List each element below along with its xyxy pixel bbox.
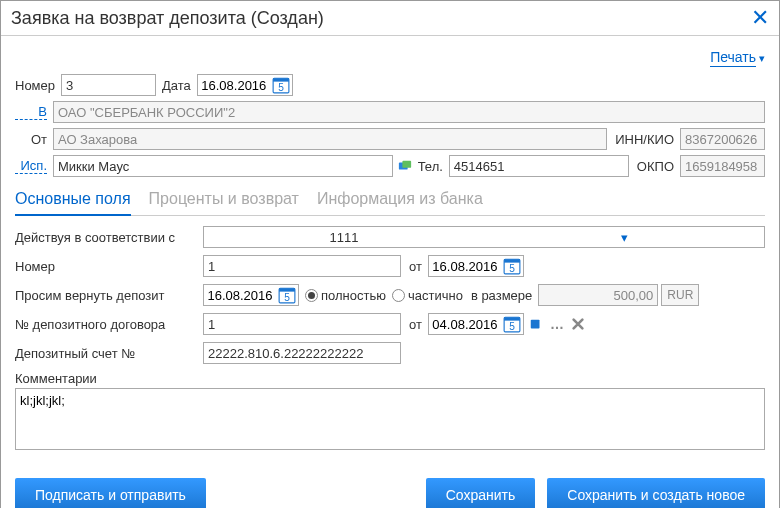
svg-text:5: 5	[278, 82, 284, 93]
input-contract-date-text[interactable]	[429, 314, 501, 334]
input-okpo	[680, 155, 765, 177]
print-link[interactable]: Печать	[710, 49, 756, 67]
input-tel[interactable]	[449, 155, 629, 177]
calendar-icon[interactable]: 5	[278, 286, 296, 304]
form-main: Действуя в соответствии с 1111 ▾ Номер о…	[15, 226, 765, 454]
input-body-number-date[interactable]: 5	[428, 255, 524, 277]
footer: Подписать и отправить Сохранить Сохранит…	[1, 466, 779, 508]
textarea-comments[interactable]	[15, 388, 765, 450]
label-contract: № депозитного договора	[15, 317, 203, 332]
radio-full[interactable]: полностью	[305, 288, 386, 303]
label-body-number: Номер	[15, 259, 203, 274]
combo-acting[interactable]: 1111 ▾	[203, 226, 765, 248]
input-body-number-date-text[interactable]	[429, 256, 501, 276]
dialog: Заявка на возврат депозита (Создан) ✕ Пе…	[0, 0, 780, 508]
tabs: Основные поля Проценты и возврат Информа…	[15, 185, 765, 216]
input-isp[interactable]	[53, 155, 393, 177]
input-request-date[interactable]: 5	[203, 284, 299, 306]
label-isp-link[interactable]: Исп.	[15, 158, 47, 174]
calendar-icon[interactable]: 5	[503, 257, 521, 275]
radio-full-label: полностью	[321, 288, 386, 303]
row-to: В	[15, 101, 765, 123]
save-create-new-button[interactable]: Сохранить и создать новое	[547, 478, 765, 508]
row-body-number: Номер от 5	[15, 255, 765, 277]
label-tel: Тел.	[418, 159, 443, 174]
input-date-text[interactable]	[198, 75, 270, 95]
content: Печать▾ Номер Дата 5 В От	[1, 36, 779, 466]
label-ot2: от	[409, 317, 422, 332]
input-date[interactable]: 5	[197, 74, 293, 96]
currency-label: RUR	[661, 284, 699, 306]
radio-full-dot[interactable]	[305, 289, 318, 302]
tab-bank-info[interactable]: Информация из банка	[317, 185, 483, 215]
input-from	[53, 128, 607, 150]
input-request-date-text[interactable]	[204, 285, 276, 305]
label-date: Дата	[162, 78, 191, 93]
input-inn	[680, 128, 765, 150]
lookup-icon[interactable]	[527, 315, 545, 333]
combo-acting-value: 1111	[204, 230, 484, 245]
radio-partial[interactable]: частично	[392, 288, 463, 303]
close-icon[interactable]: ✕	[751, 7, 769, 29]
input-contract[interactable]	[203, 313, 401, 335]
svg-text:5: 5	[284, 292, 290, 303]
label-size: в размере	[471, 288, 532, 303]
row-contract: № депозитного договора от 5 …	[15, 313, 765, 335]
chevron-down-icon[interactable]: ▾	[484, 230, 764, 245]
svg-rect-4	[402, 161, 411, 168]
row-account: Депозитный счет №	[15, 342, 765, 364]
radio-partial-label: частично	[408, 288, 463, 303]
label-okpo: ОКПО	[637, 159, 674, 174]
row-from: От ИНН/КИО	[15, 128, 765, 150]
row-number-date: Номер Дата 5	[15, 74, 765, 96]
tab-main-fields[interactable]: Основные поля	[15, 185, 131, 215]
row-request: Просим вернуть депозит 5 полностью части…	[15, 284, 765, 306]
label-ot1: от	[409, 259, 422, 274]
label-acting: Действуя в соответствии с	[15, 230, 203, 245]
calendar-icon[interactable]: 5	[272, 76, 290, 94]
chevron-down-icon[interactable]: ▾	[759, 52, 765, 64]
label-request: Просим вернуть депозит	[15, 288, 203, 303]
save-button[interactable]: Сохранить	[426, 478, 536, 508]
clear-icon[interactable]	[569, 315, 587, 333]
input-contract-date[interactable]: 5	[428, 313, 524, 335]
label-comments: Комментарии	[15, 371, 97, 386]
svg-text:5: 5	[509, 263, 515, 274]
ellipsis-icon[interactable]: …	[548, 315, 566, 333]
input-size	[538, 284, 658, 306]
row-acting: Действуя в соответствии с 1111 ▾	[15, 226, 765, 248]
input-body-number[interactable]	[203, 255, 401, 277]
label-inn: ИНН/КИО	[615, 132, 674, 147]
input-to	[53, 101, 765, 123]
label-to-link[interactable]: В	[15, 104, 47, 120]
row-comments-lbl: Комментарии	[15, 371, 765, 386]
print-row: Печать▾	[15, 44, 765, 74]
row-isp: Исп. Тел. ОКПО	[15, 155, 765, 177]
titlebar: Заявка на возврат депозита (Создан) ✕	[1, 1, 779, 36]
calendar-icon[interactable]: 5	[503, 315, 521, 333]
label-from: От	[15, 132, 47, 147]
svg-rect-14	[531, 320, 540, 329]
cards-icon[interactable]	[396, 157, 414, 175]
dialog-title: Заявка на возврат депозита (Создан)	[11, 8, 324, 29]
input-number[interactable]	[61, 74, 156, 96]
sign-send-button[interactable]: Подписать и отправить	[15, 478, 206, 508]
radio-partial-dot[interactable]	[392, 289, 405, 302]
input-account[interactable]	[203, 342, 401, 364]
svg-text:5: 5	[509, 321, 515, 332]
tab-interest-return[interactable]: Проценты и возврат	[149, 185, 299, 215]
label-account: Депозитный счет №	[15, 346, 203, 361]
label-number: Номер	[15, 78, 55, 93]
